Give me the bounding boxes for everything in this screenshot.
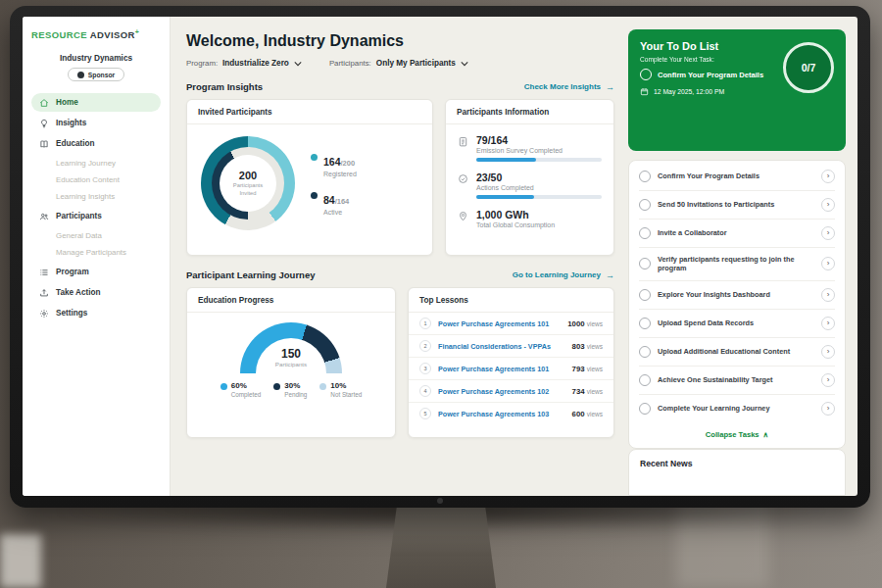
- checkbox-icon[interactable]: [639, 346, 651, 358]
- checkbox-icon[interactable]: [639, 374, 651, 386]
- legend-pct: 60%: [231, 381, 261, 390]
- lesson-title-link[interactable]: Power Purchase Agreements 103: [438, 410, 565, 418]
- checkbox-icon[interactable]: [639, 171, 651, 182]
- todo-progress-value: 0/7: [802, 62, 816, 74]
- lesson-rank: 4: [419, 385, 431, 397]
- checkbox-icon[interactable]: [639, 403, 651, 415]
- sidebar-item-label: Settings: [56, 309, 87, 318]
- lesson-row[interactable]: 4 Power Purchase Agreements 102 734 view…: [409, 380, 613, 403]
- lesson-title-link[interactable]: Power Purchase Agreements 101: [438, 319, 561, 328]
- sidebar-item-program[interactable]: Program: [31, 263, 161, 281]
- program-filter[interactable]: Program: Industrialize Zero: [186, 59, 302, 68]
- invited-participants-card: Invited Participants 200 Participants In…: [186, 99, 433, 256]
- lesson-rank: 3: [419, 363, 431, 374]
- task-item[interactable]: Verify participants requesting to join t…: [639, 248, 835, 281]
- chevron-right-icon[interactable]: ›: [821, 345, 835, 359]
- checkbox-icon[interactable]: [639, 289, 651, 301]
- sidebar-item-participants[interactable]: Participants: [31, 207, 161, 225]
- lesson-row[interactable]: 3 Power Purchase Agreements 101 793 view…: [409, 358, 613, 380]
- chevron-right-icon[interactable]: ›: [821, 288, 835, 302]
- sidebar-item-take-action[interactable]: Take Action: [31, 283, 161, 302]
- link-label: Go to Learning Journey: [513, 270, 601, 279]
- legend-total: /200: [341, 159, 356, 168]
- legend-item-not-started: 10% Not Started: [319, 381, 362, 398]
- power-led: [437, 498, 443, 504]
- gear-icon: [39, 309, 49, 318]
- chevron-right-icon[interactable]: ›: [821, 257, 835, 270]
- task-item[interactable]: Explore Your Insights Dashboard ›: [639, 281, 835, 310]
- top-lessons-card: Top Lessons 1 Power Purchase Agreements …: [408, 287, 614, 438]
- checkbox-icon[interactable]: [640, 69, 652, 80]
- stat-label: Total Global Consumption: [476, 221, 555, 228]
- arrow-right-icon: →: [606, 82, 614, 92]
- legend-dot: [273, 383, 280, 390]
- todo-next-task[interactable]: Confirm Your Program Details: [640, 69, 787, 80]
- card-title: Education Progress: [187, 288, 395, 313]
- legend-value: 84: [323, 194, 335, 206]
- lesson-views: 600 views: [572, 410, 603, 418]
- donut-legend: 164/200 Registered 84/164 Active: [311, 152, 357, 216]
- chevron-right-icon[interactable]: ›: [821, 402, 835, 416]
- sidebar-item-learning-journey[interactable]: Learning Journey: [31, 155, 161, 172]
- lesson-row[interactable]: 5 Power Purchase Agreements 103 600 view…: [409, 403, 613, 424]
- progress-fill: [476, 195, 534, 199]
- go-to-learning-journey-link[interactable]: Go to Learning Journey →: [513, 270, 614, 280]
- chevron-right-icon[interactable]: ›: [821, 226, 835, 240]
- gauge-value: 150: [256, 347, 326, 361]
- todo-due-text: 12 May 2025, 12:00 PM: [654, 88, 724, 95]
- participants-filter[interactable]: Participants: Only My Participants: [329, 59, 468, 68]
- legend-pct: 30%: [284, 381, 307, 390]
- lesson-views: 734 views: [572, 387, 603, 396]
- task-item[interactable]: Upload Spend Data Records ›: [639, 310, 835, 338]
- arrow-right-icon: →: [606, 270, 614, 280]
- check-more-insights-link[interactable]: Check More Insights →: [524, 82, 614, 92]
- sidebar-item-insights[interactable]: Insights: [31, 114, 161, 132]
- task-item[interactable]: Achieve One Sustainability Target ›: [639, 367, 835, 395]
- book-icon: [39, 139, 49, 149]
- collapse-tasks-link[interactable]: Collapse Tasks ∧: [639, 422, 835, 446]
- sponsor-badge: Sponsor: [68, 68, 125, 81]
- chevron-right-icon[interactable]: ›: [821, 373, 835, 387]
- sidebar-item-general-data[interactable]: General Data: [31, 227, 161, 244]
- chevron-right-icon[interactable]: ›: [821, 170, 835, 183]
- todo-progress-ring: 0/7: [783, 42, 834, 93]
- checkbox-icon[interactable]: [639, 258, 651, 270]
- lesson-views: 1000 views: [567, 319, 603, 328]
- lesson-title-link[interactable]: Financial Considerations - VPPAs: [438, 342, 565, 351]
- recent-news-card: Recent News: [628, 449, 846, 496]
- task-item[interactable]: Upload Additional Educational Content ›: [639, 338, 835, 367]
- sidebar-item-manage-participants[interactable]: Manage Participants: [31, 244, 161, 261]
- legend-label: Not Started: [330, 391, 362, 398]
- chevron-right-icon[interactable]: ›: [821, 317, 835, 330]
- checkbox-icon[interactable]: [639, 227, 651, 239]
- lesson-row[interactable]: 2 Financial Considerations - VPPAs 803 v…: [409, 335, 613, 358]
- people-icon: [39, 212, 49, 221]
- link-label: Check More Insights: [524, 82, 601, 91]
- task-item[interactable]: Invite a Collaborator ›: [639, 220, 835, 248]
- legend-label: Pending: [284, 391, 307, 398]
- legend-dot: [319, 383, 326, 390]
- task-item[interactable]: Send 50 Invitations to Participants ›: [639, 191, 835, 220]
- sponsor-icon: [77, 72, 84, 78]
- lesson-views: 803 views: [572, 342, 603, 351]
- card-title: Top Lessons: [409, 288, 613, 313]
- sidebar-item-education-content[interactable]: Education Content: [31, 172, 161, 188]
- task-item[interactable]: Complete Your Learning Journey ›: [639, 395, 835, 422]
- sidebar-item-settings[interactable]: Settings: [31, 304, 161, 322]
- chevron-right-icon[interactable]: ›: [821, 198, 835, 212]
- program-filter-value: Industrialize Zero: [222, 59, 289, 68]
- sidebar-item-education[interactable]: Education: [31, 134, 161, 153]
- lesson-title-link[interactable]: Power Purchase Agreements 101: [438, 365, 565, 373]
- checkbox-icon[interactable]: [639, 318, 651, 329]
- stat-label: Actions Completed: [476, 184, 602, 191]
- lesson-row[interactable]: 1 Power Purchase Agreements 101 1000 vie…: [409, 313, 613, 335]
- lesson-title-link[interactable]: Power Purchase Agreements 102: [438, 387, 565, 396]
- program-filter-label: Program:: [186, 59, 218, 68]
- checkbox-icon[interactable]: [639, 199, 651, 211]
- sidebar-item-home[interactable]: Home: [31, 93, 161, 112]
- list-icon: [39, 268, 49, 277]
- sidebar-item-learning-insights[interactable]: Learning Insights: [31, 188, 161, 205]
- task-item[interactable]: Confirm Your Program Details ›: [639, 163, 835, 191]
- logo-text-primary: RESOURCE: [31, 29, 87, 40]
- lesson-rank: 2: [419, 340, 431, 352]
